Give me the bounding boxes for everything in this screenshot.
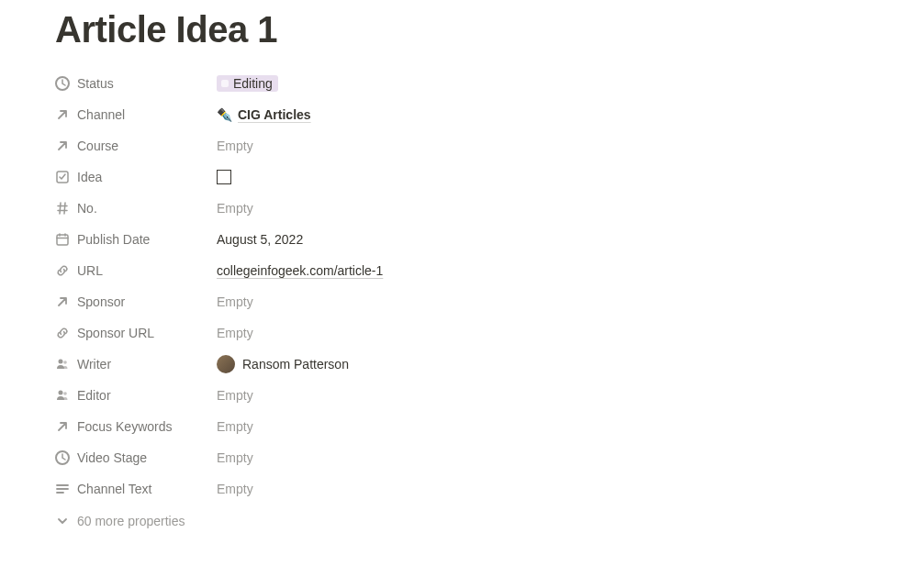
property-label-text: Channel <box>77 107 125 122</box>
property-row-idea: Idea <box>55 161 863 193</box>
chevron-down-icon <box>55 514 70 528</box>
status-icon <box>55 76 70 91</box>
status-tag: Editing <box>217 75 278 92</box>
avatar <box>217 355 235 373</box>
property-label-course[interactable]: Course <box>55 139 217 153</box>
property-label-text: Idea <box>77 170 102 184</box>
property-label-status[interactable]: Status <box>55 76 217 91</box>
property-label-idea[interactable]: Idea <box>55 170 217 184</box>
calendar-icon <box>55 232 70 247</box>
property-value-no[interactable]: Empty <box>217 201 253 216</box>
number-icon <box>55 201 70 216</box>
property-value-focus-keywords[interactable]: Empty <box>217 419 253 434</box>
property-label-channel-text[interactable]: Channel Text <box>55 482 217 496</box>
property-label-text: Course <box>77 139 118 153</box>
property-row-focus-keywords: Focus Keywords Empty <box>55 411 863 442</box>
arrow-up-right-icon <box>55 419 70 434</box>
property-label-text: Channel Text <box>77 482 151 496</box>
property-value-status[interactable]: Editing <box>217 75 278 92</box>
property-row-channel-text: Channel Text Empty <box>55 473 863 505</box>
property-label-text: Writer <box>77 357 111 372</box>
property-row-url: URL collegeinfogeek.com/article-1 <box>55 255 863 286</box>
property-label-publish-date[interactable]: Publish Date <box>55 232 217 247</box>
more-properties-toggle[interactable]: 60 more properties <box>55 510 863 532</box>
property-label-sponsor[interactable]: Sponsor <box>55 294 217 309</box>
status-icon <box>55 450 70 465</box>
property-label-text: Sponsor <box>77 294 125 309</box>
property-label-text: Focus Keywords <box>77 419 172 434</box>
property-label-sponsor-url[interactable]: Sponsor URL <box>55 326 217 340</box>
property-label-focus-keywords[interactable]: Focus Keywords <box>55 419 217 434</box>
checkbox-icon <box>55 170 70 184</box>
more-properties-label: 60 more properties <box>77 514 185 528</box>
relation-emoji: ✒️ <box>217 107 232 122</box>
property-row-channel: Channel ✒️ CIG Articles <box>55 99 863 130</box>
property-label-url[interactable]: URL <box>55 263 217 278</box>
link-icon <box>55 263 70 278</box>
property-value-url[interactable]: collegeinfogeek.com/article-1 <box>217 263 383 278</box>
property-value-channel[interactable]: ✒️ CIG Articles <box>217 107 311 122</box>
property-label-no[interactable]: No. <box>55 201 217 216</box>
property-value-video-stage[interactable]: Empty <box>217 450 253 465</box>
person-icon <box>55 388 70 403</box>
property-row-video-stage: Video Stage Empty <box>55 442 863 473</box>
svg-point-6 <box>63 392 67 395</box>
arrow-up-right-icon <box>55 139 70 153</box>
property-row-editor: Editor Empty <box>55 380 863 411</box>
property-row-status: Status Editing <box>55 68 863 99</box>
svg-rect-2 <box>57 235 68 245</box>
property-label-editor[interactable]: Editor <box>55 388 217 403</box>
property-value-publish-date[interactable]: August 5, 2022 <box>217 232 303 247</box>
property-label-text: No. <box>77 201 97 216</box>
property-label-text: Video Stage <box>77 450 147 465</box>
property-label-channel[interactable]: Channel <box>55 107 217 122</box>
property-row-sponsor: Sponsor Empty <box>55 286 863 317</box>
svg-point-3 <box>59 360 63 364</box>
property-label-text: Sponsor URL <box>77 326 154 340</box>
person-icon <box>55 357 70 372</box>
property-row-writer: Writer Ransom Patterson <box>55 349 863 380</box>
property-value-sponsor-url[interactable]: Empty <box>217 326 253 340</box>
property-value-idea[interactable] <box>217 170 231 184</box>
link-icon <box>55 326 70 340</box>
property-label-video-stage[interactable]: Video Stage <box>55 450 217 465</box>
property-label-text: URL <box>77 263 103 278</box>
checkbox-unchecked[interactable] <box>217 170 231 184</box>
property-value-sponsor[interactable]: Empty <box>217 294 253 309</box>
property-row-publish-date: Publish Date August 5, 2022 <box>55 224 863 255</box>
arrow-up-right-icon <box>55 107 70 122</box>
svg-point-4 <box>63 361 67 364</box>
property-label-text: Editor <box>77 388 111 403</box>
property-row-no: No. Empty <box>55 193 863 224</box>
property-label-writer[interactable]: Writer <box>55 357 217 372</box>
property-value-editor[interactable]: Empty <box>217 388 253 403</box>
property-value-writer[interactable]: Ransom Patterson <box>217 355 349 373</box>
svg-point-5 <box>59 391 63 395</box>
property-row-sponsor-url: Sponsor URL Empty <box>55 317 863 349</box>
text-icon <box>55 482 70 496</box>
property-row-course: Course Empty <box>55 130 863 161</box>
relation-text: CIG Articles <box>238 107 311 122</box>
property-value-course[interactable]: Empty <box>217 139 253 153</box>
page-title[interactable]: Article Idea 1 <box>55 7 863 51</box>
property-value-channel-text[interactable]: Empty <box>217 482 253 496</box>
arrow-up-right-icon <box>55 294 70 309</box>
property-label-text: Publish Date <box>77 232 150 247</box>
property-label-text: Status <box>77 76 114 91</box>
